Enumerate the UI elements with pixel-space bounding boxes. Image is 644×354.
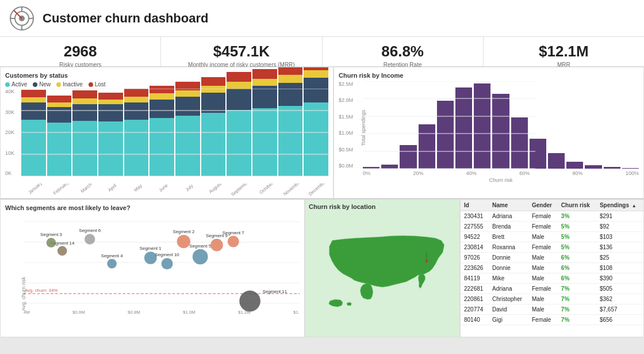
cell-id: 220861 xyxy=(461,294,489,304)
bar-segment xyxy=(150,100,174,118)
histogram-bar xyxy=(381,165,398,169)
bubble[interactable] xyxy=(193,249,208,265)
bar-group[interactable] xyxy=(21,90,46,176)
table-row[interactable]: 222681AdrianaFemale7%$505 xyxy=(461,284,643,294)
bar-group[interactable] xyxy=(47,96,72,176)
bubble[interactable] xyxy=(162,258,173,269)
bar-segment xyxy=(98,100,123,104)
hist-x-label: 20% xyxy=(413,170,423,176)
scatter-x-label: $1.0M xyxy=(183,310,195,315)
bar-segment xyxy=(201,86,226,93)
bubble-label: Segment 3 xyxy=(40,232,63,237)
cell-name: Adriana xyxy=(489,211,528,222)
scatter-container: Avg. churn risk 34%36%38%40%Avg. churn: … xyxy=(5,214,300,334)
table-row[interactable]: 84119MikeMale6%$390 xyxy=(461,273,643,284)
legend-lost: Lost xyxy=(89,81,106,87)
bubble[interactable] xyxy=(57,246,67,256)
histogram-bar xyxy=(474,83,490,169)
cell-gender: Male xyxy=(528,253,558,263)
hist-y-axis: $0.0M $0.5M $1.0M $1.5M $2.0M $2.5M xyxy=(339,81,353,169)
cell-id: 220774 xyxy=(461,304,489,315)
bubble[interactable] xyxy=(47,238,56,248)
histogram-bar xyxy=(363,167,379,169)
histogram-bar xyxy=(585,165,601,169)
table-row[interactable]: 227555BrendaFemale5%$92 xyxy=(461,222,643,232)
bar-segment xyxy=(252,69,277,79)
cell-gender: Male xyxy=(528,273,558,284)
cell-id: 223626 xyxy=(461,263,489,273)
histogram-bars xyxy=(363,81,639,169)
table-row[interactable]: 220861ChristopherMale7%$362 xyxy=(461,294,643,304)
dashboard-logo-icon xyxy=(9,6,34,31)
bar-group[interactable] xyxy=(175,82,200,176)
table-row[interactable]: 223626DonnieMale6%$108 xyxy=(461,263,643,273)
y-axis: 0K 10K 20K 30K 40K xyxy=(5,89,14,176)
table-row[interactable]: 80140GigiFemale7%$656 xyxy=(461,315,643,325)
cell-spendings: $505 xyxy=(596,284,643,294)
bar-group[interactable] xyxy=(98,93,123,176)
bar-segment xyxy=(252,79,277,86)
bar-group[interactable] xyxy=(227,72,251,176)
cell-gender: Female xyxy=(528,315,558,325)
bar-segment xyxy=(201,93,226,113)
cell-spendings: $390 xyxy=(596,273,643,284)
bubble[interactable] xyxy=(107,259,117,269)
bar-group[interactable] xyxy=(150,86,174,176)
bar-segment xyxy=(175,90,200,96)
bar-group[interactable] xyxy=(304,67,328,176)
scatter-svg: 34%36%38%40%Avg. churn: 34%Segment 11Seg… xyxy=(24,214,300,317)
bubble[interactable] xyxy=(228,236,239,248)
bar-segment xyxy=(227,110,251,176)
scatter-x-label: $0.6M xyxy=(72,310,85,315)
table-row[interactable]: 230814RoxannaFemale5%$136 xyxy=(461,242,643,253)
col-spendings: Spendings ▲ xyxy=(596,200,643,211)
bar-segment xyxy=(21,97,46,102)
x-axis-label: February xyxy=(50,184,78,199)
cell-name: Adriana xyxy=(489,284,528,294)
hist-y-label: Total spendings xyxy=(361,110,366,146)
cell-spendings: $92 xyxy=(596,222,643,232)
bar-segment xyxy=(124,102,149,120)
cell-id: 230431 xyxy=(461,211,489,222)
bubble[interactable] xyxy=(177,235,190,248)
bar-group[interactable] xyxy=(278,67,303,176)
bar-segment xyxy=(175,97,200,116)
histogram-bar xyxy=(437,101,454,169)
bar-group[interactable] xyxy=(124,89,149,176)
table-row[interactable]: 230431AdrianaFemale3%$291 xyxy=(461,211,643,222)
x-axis-label: December xyxy=(306,184,328,199)
cell-name: Roxanna xyxy=(489,242,528,253)
x-axis-label: September xyxy=(229,184,258,199)
segments-panel: Which segments are most likely to leave?… xyxy=(0,199,305,337)
hist-x-label: 60% xyxy=(519,170,530,176)
cell-spendings: $25 xyxy=(596,253,643,263)
bar-segment xyxy=(72,121,97,176)
legend-active-label: Active xyxy=(12,81,27,87)
cell-id: 94522 xyxy=(461,232,489,242)
legend-active-dot xyxy=(5,82,10,87)
legend-new-dot xyxy=(33,82,37,87)
bar-segment xyxy=(98,121,123,176)
cell-name: Brett xyxy=(489,232,528,242)
bar-segment xyxy=(150,118,174,176)
cell-gender: Male xyxy=(528,304,558,315)
bubble[interactable] xyxy=(85,234,95,244)
bar-segment xyxy=(252,86,277,108)
hist-x-axis: 0%20%40%60%80%100% xyxy=(363,169,639,176)
table-row[interactable]: 94522BrettMale5%$103 xyxy=(461,232,643,242)
bar-group[interactable] xyxy=(72,90,97,176)
bubble[interactable] xyxy=(210,239,223,252)
churn-table-panel[interactable]: Id Name Gender Churn risk Spendings ▲ 23… xyxy=(460,199,644,337)
hist-x-label: 100% xyxy=(626,170,639,176)
bar-segment xyxy=(98,93,123,100)
cell-name: Donnie xyxy=(489,263,528,273)
x-axis-labels: JanuaryFebruaryMarchAprilMayJuneJulyAugu… xyxy=(5,184,328,199)
bar-group[interactable] xyxy=(201,77,226,176)
table-row[interactable]: 220774DavidMale7%$7,657 xyxy=(461,304,643,315)
bubble[interactable] xyxy=(239,291,260,312)
table-row[interactable]: 97026DonnieMale6%$25 xyxy=(461,253,643,263)
cell-gender: Male xyxy=(528,263,558,273)
us-map-svg xyxy=(309,212,456,328)
bar-group[interactable] xyxy=(252,69,277,176)
legend-active: Active xyxy=(5,81,27,87)
